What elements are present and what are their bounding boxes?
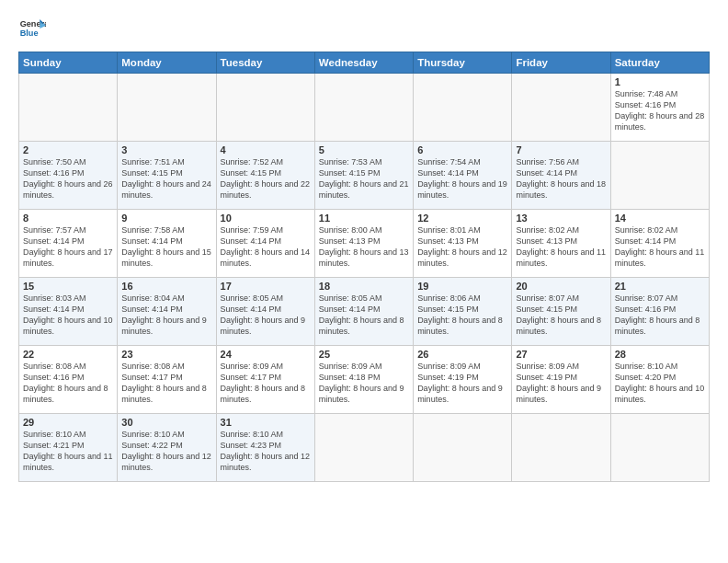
logo: General Blue bbox=[18, 15, 46, 42]
day-number: 16 bbox=[121, 281, 211, 292]
day-info: Sunrise: 7:53 AMSunset: 4:15 PMDaylight:… bbox=[319, 156, 409, 201]
logo-icon: General Blue bbox=[18, 15, 46, 42]
calendar-body: 1Sunrise: 7:48 AMSunset: 4:16 PMDaylight… bbox=[19, 74, 710, 482]
day-info: Sunrise: 8:01 AMSunset: 4:13 PMDaylight:… bbox=[417, 224, 507, 270]
calendar-day-cell: 27Sunrise: 8:09 AMSunset: 4:19 PMDayligh… bbox=[512, 346, 610, 414]
calendar-day-cell: 3Sunrise: 7:51 AMSunset: 4:15 PMDaylight… bbox=[118, 142, 216, 210]
calendar-day-cell: 6Sunrise: 7:54 AMSunset: 4:14 PMDaylight… bbox=[414, 142, 512, 210]
day-info: Sunrise: 7:51 AMSunset: 4:15 PMDaylight:… bbox=[121, 156, 211, 201]
calendar-week-row: 15Sunrise: 8:03 AMSunset: 4:14 PMDayligh… bbox=[19, 278, 710, 346]
day-info: Sunrise: 8:09 AMSunset: 4:19 PMDaylight:… bbox=[417, 361, 507, 406]
calendar-day-cell: 1Sunrise: 7:48 AMSunset: 4:16 PMDaylight… bbox=[610, 74, 709, 142]
day-info: Sunrise: 8:08 AMSunset: 4:16 PMDaylight:… bbox=[23, 361, 113, 406]
calendar-day-cell: 15Sunrise: 8:03 AMSunset: 4:14 PMDayligh… bbox=[19, 278, 118, 346]
day-number: 24 bbox=[221, 349, 311, 360]
day-info: Sunrise: 8:00 AMSunset: 4:13 PMDaylight:… bbox=[319, 224, 409, 270]
day-of-week-header: Sunday bbox=[19, 52, 118, 74]
calendar-day-cell: 28Sunrise: 8:10 AMSunset: 4:20 PMDayligh… bbox=[610, 346, 709, 414]
day-number: 18 bbox=[319, 281, 409, 292]
day-number: 9 bbox=[121, 213, 211, 224]
day-number: 28 bbox=[615, 349, 705, 360]
day-number: 10 bbox=[221, 213, 311, 224]
day-info: Sunrise: 8:07 AMSunset: 4:16 PMDaylight:… bbox=[615, 293, 705, 338]
day-info: Sunrise: 8:09 AMSunset: 4:18 PMDaylight:… bbox=[319, 361, 409, 406]
day-of-week-header: Thursday bbox=[414, 52, 512, 74]
calendar-day-cell: 8Sunrise: 7:57 AMSunset: 4:14 PMDaylight… bbox=[19, 210, 118, 278]
day-of-week-header: Friday bbox=[512, 52, 610, 74]
day-number: 3 bbox=[121, 144, 211, 155]
day-info: Sunrise: 8:10 AMSunset: 4:21 PMDaylight:… bbox=[23, 429, 113, 474]
calendar-day-cell: 7Sunrise: 7:56 AMSunset: 4:14 PMDaylight… bbox=[512, 142, 610, 210]
day-info: Sunrise: 8:09 AMSunset: 4:17 PMDaylight:… bbox=[221, 361, 311, 406]
day-number: 4 bbox=[221, 144, 311, 155]
calendar-day-cell: 24Sunrise: 8:09 AMSunset: 4:17 PMDayligh… bbox=[216, 346, 314, 414]
day-number: 25 bbox=[319, 349, 409, 360]
calendar-table: SundayMondayTuesdayWednesdayThursdayFrid… bbox=[18, 52, 710, 482]
day-of-week-header: Monday bbox=[118, 52, 216, 74]
calendar-week-row: 29Sunrise: 8:10 AMSunset: 4:21 PMDayligh… bbox=[19, 414, 710, 482]
day-info: Sunrise: 8:07 AMSunset: 4:15 PMDaylight:… bbox=[516, 293, 606, 338]
calendar-day-cell: 5Sunrise: 7:53 AMSunset: 4:15 PMDaylight… bbox=[314, 142, 413, 210]
day-info: Sunrise: 8:10 AMSunset: 4:20 PMDaylight:… bbox=[615, 361, 705, 406]
day-number: 2 bbox=[23, 144, 113, 155]
calendar-day-cell bbox=[216, 74, 314, 142]
calendar-day-cell: 29Sunrise: 8:10 AMSunset: 4:21 PMDayligh… bbox=[19, 414, 118, 482]
calendar-header-row: SundayMondayTuesdayWednesdayThursdayFrid… bbox=[19, 52, 710, 74]
day-info: Sunrise: 7:48 AMSunset: 4:16 PMDaylight:… bbox=[615, 88, 705, 133]
day-number: 30 bbox=[121, 417, 211, 428]
calendar-day-cell: 12Sunrise: 8:01 AMSunset: 4:13 PMDayligh… bbox=[414, 210, 512, 278]
calendar-day-cell bbox=[314, 74, 413, 142]
calendar-day-cell: 22Sunrise: 8:08 AMSunset: 4:16 PMDayligh… bbox=[19, 346, 118, 414]
calendar-day-cell: 2Sunrise: 7:50 AMSunset: 4:16 PMDaylight… bbox=[19, 142, 118, 210]
calendar-day-cell: 11Sunrise: 8:00 AMSunset: 4:13 PMDayligh… bbox=[314, 210, 413, 278]
calendar-day-cell: 20Sunrise: 8:07 AMSunset: 4:15 PMDayligh… bbox=[512, 278, 610, 346]
day-number: 19 bbox=[417, 281, 507, 292]
calendar-week-row: 22Sunrise: 8:08 AMSunset: 4:16 PMDayligh… bbox=[19, 346, 710, 414]
day-info: Sunrise: 8:02 AMSunset: 4:14 PMDaylight:… bbox=[615, 224, 705, 270]
calendar-day-cell: 26Sunrise: 8:09 AMSunset: 4:19 PMDayligh… bbox=[414, 346, 512, 414]
calendar-day-cell: 9Sunrise: 7:58 AMSunset: 4:14 PMDaylight… bbox=[118, 210, 216, 278]
calendar-day-cell: 25Sunrise: 8:09 AMSunset: 4:18 PMDayligh… bbox=[314, 346, 413, 414]
day-info: Sunrise: 7:58 AMSunset: 4:14 PMDaylight:… bbox=[121, 224, 211, 270]
day-info: Sunrise: 8:06 AMSunset: 4:15 PMDaylight:… bbox=[417, 293, 507, 338]
calendar-day-cell: 13Sunrise: 8:02 AMSunset: 4:13 PMDayligh… bbox=[512, 210, 610, 278]
calendar-day-cell bbox=[512, 74, 610, 142]
day-of-week-header: Saturday bbox=[610, 52, 709, 74]
day-info: Sunrise: 8:10 AMSunset: 4:23 PMDaylight:… bbox=[221, 429, 311, 474]
calendar-day-cell: 16Sunrise: 8:04 AMSunset: 4:14 PMDayligh… bbox=[118, 278, 216, 346]
day-number: 21 bbox=[615, 281, 705, 292]
day-number: 1 bbox=[615, 76, 705, 87]
calendar-day-cell: 30Sunrise: 8:10 AMSunset: 4:22 PMDayligh… bbox=[118, 414, 216, 482]
day-info: Sunrise: 8:09 AMSunset: 4:19 PMDaylight:… bbox=[516, 361, 606, 406]
day-number: 31 bbox=[221, 417, 311, 428]
day-info: Sunrise: 7:54 AMSunset: 4:14 PMDaylight:… bbox=[417, 156, 507, 201]
day-number: 7 bbox=[516, 144, 606, 155]
day-info: Sunrise: 7:56 AMSunset: 4:14 PMDaylight:… bbox=[516, 156, 606, 201]
day-info: Sunrise: 7:59 AMSunset: 4:14 PMDaylight:… bbox=[221, 224, 311, 270]
day-number: 27 bbox=[516, 349, 606, 360]
calendar-page: General Blue SundayMondayTuesdayWednesda… bbox=[0, 0, 728, 563]
calendar-week-row: 1Sunrise: 7:48 AMSunset: 4:16 PMDaylight… bbox=[19, 74, 710, 142]
calendar-day-cell bbox=[414, 74, 512, 142]
day-number: 29 bbox=[23, 417, 113, 428]
calendar-day-cell: 19Sunrise: 8:06 AMSunset: 4:15 PMDayligh… bbox=[414, 278, 512, 346]
header: General Blue bbox=[18, 15, 710, 42]
day-number: 23 bbox=[121, 349, 211, 360]
calendar-day-cell bbox=[512, 414, 610, 482]
day-info: Sunrise: 8:04 AMSunset: 4:14 PMDaylight:… bbox=[121, 293, 211, 338]
day-info: Sunrise: 8:08 AMSunset: 4:17 PMDaylight:… bbox=[121, 361, 211, 406]
day-info: Sunrise: 7:52 AMSunset: 4:15 PMDaylight:… bbox=[221, 156, 311, 201]
calendar-day-cell bbox=[610, 414, 709, 482]
calendar-day-cell: 23Sunrise: 8:08 AMSunset: 4:17 PMDayligh… bbox=[118, 346, 216, 414]
day-number: 6 bbox=[417, 144, 507, 155]
calendar-day-cell: 18Sunrise: 8:05 AMSunset: 4:14 PMDayligh… bbox=[314, 278, 413, 346]
calendar-day-cell: 4Sunrise: 7:52 AMSunset: 4:15 PMDaylight… bbox=[216, 142, 314, 210]
calendar-day-cell: 10Sunrise: 7:59 AMSunset: 4:14 PMDayligh… bbox=[216, 210, 314, 278]
day-info: Sunrise: 8:10 AMSunset: 4:22 PMDaylight:… bbox=[121, 429, 211, 474]
calendar-day-cell bbox=[19, 74, 118, 142]
calendar-day-cell: 17Sunrise: 8:05 AMSunset: 4:14 PMDayligh… bbox=[216, 278, 314, 346]
day-number: 15 bbox=[23, 281, 113, 292]
day-number: 8 bbox=[23, 213, 113, 224]
calendar-week-row: 8Sunrise: 7:57 AMSunset: 4:14 PMDaylight… bbox=[19, 210, 710, 278]
calendar-day-cell: 31Sunrise: 8:10 AMSunset: 4:23 PMDayligh… bbox=[216, 414, 314, 482]
